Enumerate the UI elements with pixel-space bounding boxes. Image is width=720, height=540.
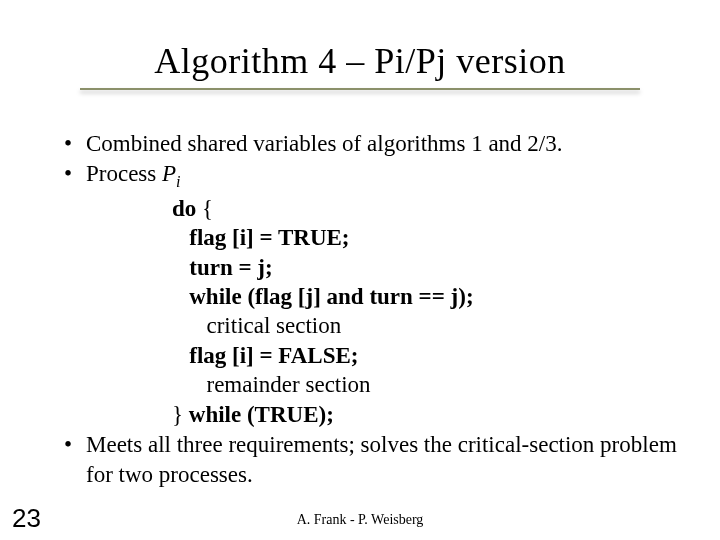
code-line: remainder section [172, 370, 684, 399]
code-line: turn = j; [172, 253, 684, 282]
bullet-dot-icon: • [64, 159, 86, 188]
footer-credits: A. Frank - P. Weisberg [0, 512, 720, 528]
bullet-1-text: Combined shared variables of algorithms … [86, 129, 684, 158]
bullet-dot-icon: • [64, 129, 86, 158]
slide: Algorithm 4 – Pi/Pj version • Combined s… [0, 0, 720, 540]
code-line: flag [i] = FALSE; [172, 341, 684, 370]
process-subscript: i [176, 173, 180, 190]
bullet-1: • Combined shared variables of algorithm… [64, 129, 684, 158]
title-area: Algorithm 4 – Pi/Pj version [0, 40, 720, 90]
title-underline [80, 88, 640, 90]
code-line: critical section [172, 311, 684, 340]
code-keyword-do: do [172, 196, 196, 221]
bullet-dot-icon: • [64, 430, 86, 459]
bullet-3: • Meets all three requirements; solves t… [64, 430, 684, 489]
bullet-3-text: Meets all three requirements; solves the… [86, 430, 684, 489]
code-line: flag [i] = TRUE; [172, 223, 684, 252]
code-line: do { [172, 194, 684, 223]
code-brace: { [196, 196, 213, 221]
bullet-2-prefix: Process [86, 161, 162, 186]
bullet-2-text: Process Pi [86, 159, 684, 192]
code-line: } while (TRUE); [172, 400, 684, 429]
body-content: • Combined shared variables of algorithm… [64, 128, 684, 490]
code-keyword-while: while (TRUE); [189, 402, 334, 427]
bullet-2: • Process Pi [64, 159, 684, 192]
slide-title: Algorithm 4 – Pi/Pj version [154, 40, 566, 82]
code-block: do { flag [i] = TRUE; turn = j; while (f… [172, 194, 684, 430]
process-symbol: P [162, 161, 176, 186]
code-brace-close: } [172, 402, 189, 427]
code-line: while (flag [j] and turn == j); [172, 282, 684, 311]
